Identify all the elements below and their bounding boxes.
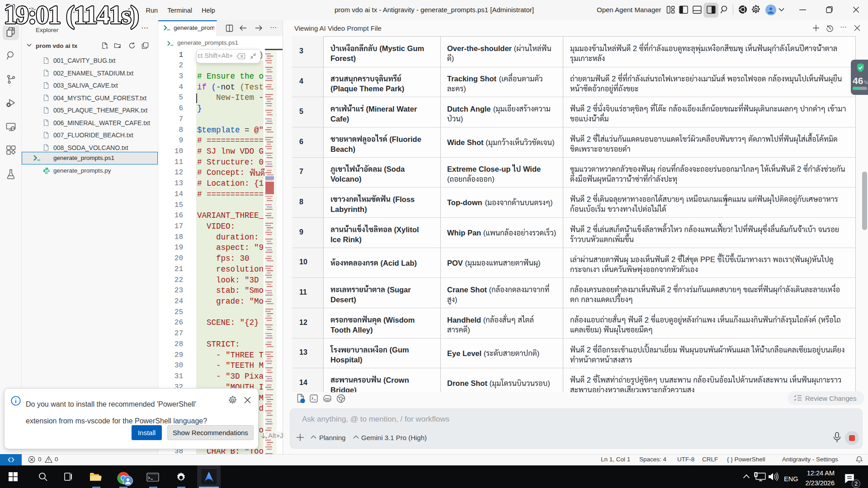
svg-text:19:01 (1141s): 19:01 (1141s) (4, 0, 138, 29)
